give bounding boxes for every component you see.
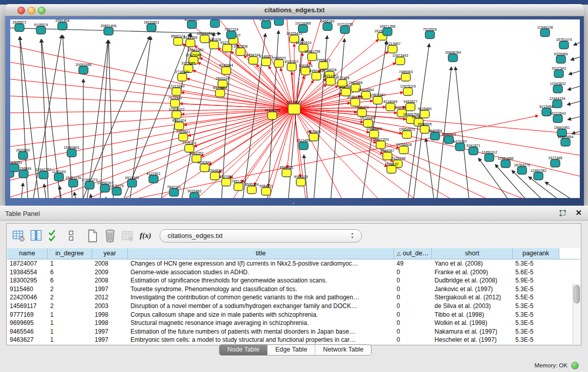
table-cell[interactable]: 22420046: [7, 293, 48, 302]
graph-node[interactable]: [179, 134, 188, 141]
graph-node[interactable]: [383, 28, 392, 36]
graph-node[interactable]: [262, 58, 271, 66]
graph-node[interactable]: [553, 100, 562, 108]
table-cell[interactable]: 5.3E-5: [513, 302, 559, 311]
table-cell[interactable]: 1998: [92, 311, 128, 319]
graph-node[interactable]: [10, 164, 19, 172]
graph-node[interactable]: [209, 41, 219, 49]
delete-entries-icon[interactable]: [103, 229, 117, 243]
graph-node[interactable]: [455, 143, 465, 151]
table-cell[interactable]: Tourette syndrome. Phenomenology and cla…: [128, 285, 394, 294]
graph-node[interactable]: [556, 56, 565, 63]
graph-node[interactable]: [200, 35, 209, 43]
column-header-in_degree[interactable]: in_degree: [48, 248, 92, 259]
graph-node[interactable]: [420, 111, 429, 118]
graph-node[interactable]: [190, 193, 199, 199]
table-cell[interactable]: 2: [48, 293, 92, 302]
graph-node[interactable]: [288, 104, 300, 114]
graph-node[interactable]: [127, 180, 137, 187]
graph-node[interactable]: [363, 120, 373, 127]
graph-node[interactable]: [222, 67, 231, 75]
graph-node[interactable]: [309, 134, 318, 141]
table-cell[interactable]: 5.5E-5: [513, 293, 559, 302]
graph-node[interactable]: [236, 48, 245, 56]
table-cell[interactable]: 19384554: [7, 268, 48, 277]
table-cell[interactable]: 1997: [92, 336, 128, 344]
table-cell[interactable]: 6: [48, 268, 92, 277]
table-cell[interactable]: 5.3E-5: [513, 319, 559, 327]
graph-node[interactable]: [561, 139, 570, 146]
table-cell[interactable]: Disruption of a novel member of a sodium…: [128, 302, 394, 311]
table-cell[interactable]: 9115460: [7, 285, 48, 294]
table-row[interactable]: 1830029562008Estimation of significance …: [7, 276, 580, 285]
graph-node[interactable]: [19, 170, 28, 178]
graph-node[interactable]: [262, 188, 271, 195]
graph-node[interactable]: [448, 54, 458, 62]
column-header-out_de[interactable]: △out_de…: [394, 248, 432, 259]
graph-node[interactable]: [401, 74, 410, 81]
table-cell[interactable]: Franke et al. (2009): [432, 268, 513, 277]
new-table-icon[interactable]: [85, 229, 100, 243]
graph-node[interactable]: [268, 112, 277, 120]
graph-node[interactable]: [36, 27, 46, 34]
graph-node[interactable]: [308, 53, 317, 61]
table-cell[interactable]: 6: [48, 276, 92, 285]
graph-node[interactable]: [223, 45, 232, 52]
graph-node[interactable]: [282, 169, 291, 177]
graph-node[interactable]: [553, 115, 562, 123]
table-cell[interactable]: 18724007: [7, 259, 48, 268]
graph-node[interactable]: [399, 146, 408, 154]
table-cell[interactable]: 0: [394, 311, 432, 319]
table-cell[interactable]: 0: [394, 327, 432, 336]
table-cell[interactable]: 5.6E-5: [513, 268, 559, 277]
graph-node[interactable]: [296, 179, 306, 186]
table-vertical-scrollbar[interactable]: [573, 283, 580, 344]
table-row[interactable]: 1456911722003Disruption of a novel membe…: [7, 302, 580, 311]
graph-node[interactable]: [298, 25, 308, 33]
table-cell[interactable]: 1: [48, 311, 92, 319]
tab-edge-table[interactable]: Edge Table: [267, 345, 315, 355]
graph-node[interactable]: [227, 31, 236, 39]
graph-node[interactable]: [540, 29, 550, 37]
graph-node[interactable]: [469, 147, 478, 155]
graph-node[interactable]: [178, 74, 187, 81]
graph-node[interactable]: [376, 141, 385, 149]
graph-node[interactable]: [351, 99, 360, 106]
graph-node[interactable]: [172, 88, 181, 96]
table-row[interactable]: 2242004622012Investigating the contribut…: [7, 293, 580, 302]
table-cell[interactable]: 5.3E-5: [513, 311, 559, 319]
graph-node[interactable]: [369, 130, 379, 138]
graph-node[interactable]: [340, 26, 350, 34]
table-cell[interactable]: 0: [394, 293, 432, 302]
table-cell[interactable]: 5.9E-5: [513, 276, 559, 285]
graph-node[interactable]: [67, 149, 76, 157]
column-header-short[interactable]: short: [432, 248, 513, 259]
graph-node[interactable]: [287, 63, 296, 71]
table-cell[interactable]: 1: [48, 336, 92, 344]
graph-node[interactable]: [534, 172, 543, 180]
table-cell[interactable]: 9777169: [7, 311, 48, 319]
graph-node[interactable]: [517, 167, 527, 174]
table-cell[interactable]: Genome-wide association studies in ADHD.: [128, 268, 394, 277]
graph-node[interactable]: [147, 24, 156, 32]
table-cell[interactable]: 5.3E-5: [513, 259, 559, 268]
column-header-title[interactable]: title: [128, 248, 394, 259]
table-row[interactable]: 946554611997Estimation of the future num…: [7, 327, 580, 336]
table-cell[interactable]: 2: [48, 285, 92, 294]
float-panel-icon[interactable]: [558, 209, 567, 217]
graph-node[interactable]: [430, 133, 440, 140]
table-cell[interactable]: 9465546: [7, 327, 48, 336]
unselect-all-icon[interactable]: [64, 229, 78, 243]
table-cell[interactable]: Tibbo et al. (1998): [432, 311, 513, 319]
graph-node[interactable]: [388, 46, 397, 53]
graph-node[interactable]: [234, 183, 243, 191]
table-cell[interactable]: 1997: [92, 285, 128, 294]
graph-node[interactable]: [58, 23, 67, 30]
panel-splitter-handle[interactable]: ▲: [291, 201, 296, 205]
memory-status-indicator-icon[interactable]: [571, 362, 579, 369]
graph-node[interactable]: [444, 136, 453, 144]
table-cell[interactable]: 0: [394, 319, 432, 327]
graph-node[interactable]: [172, 111, 181, 119]
graph-node[interactable]: [383, 152, 392, 160]
graph-node[interactable]: [402, 131, 411, 139]
